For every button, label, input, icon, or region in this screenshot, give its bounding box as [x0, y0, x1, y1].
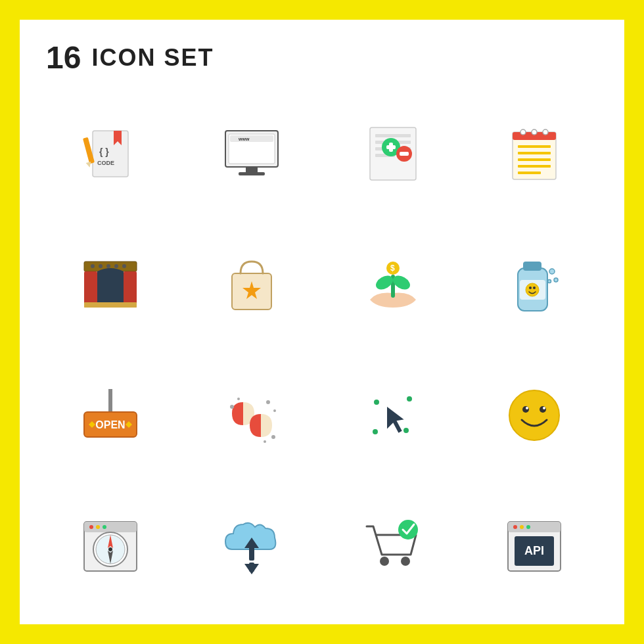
main-container: 16 ICON SET { } CODE: [20, 20, 624, 624]
www-browser-icon: www: [216, 118, 288, 190]
svg-point-75: [540, 406, 546, 413]
icon-cell-open-sign: OPEN: [46, 357, 174, 474]
svg-point-70: [403, 428, 409, 433]
svg-point-99: [526, 525, 530, 529]
header: 16 ICON SET: [46, 39, 598, 76]
shopping-cart-check-icon: [357, 510, 429, 582]
compass-browser-icon: [74, 510, 147, 582]
svg-point-34: [99, 264, 103, 268]
theater-stage-icon: [74, 248, 147, 321]
icon-cell-cursor: [329, 357, 457, 474]
svg-point-66: [271, 435, 275, 439]
svg-point-67: [264, 440, 266, 443]
icon-cell-api-browser: API: [470, 487, 598, 605]
svg-point-68: [374, 400, 379, 405]
svg-text:$: $: [390, 264, 395, 273]
svg-text:OPEN: OPEN: [95, 419, 125, 430]
icon-cell-shopping-cart: [329, 487, 457, 605]
svg-text:CODE: CODE: [97, 160, 114, 166]
svg-rect-31: [518, 172, 541, 174]
icon-cell-water-bottle: [470, 226, 598, 344]
icon-cell-theater: [46, 226, 174, 344]
svg-rect-0: [93, 131, 128, 177]
cloud-upload-icon: [216, 510, 288, 582]
svg-point-71: [373, 429, 378, 434]
svg-point-74: [522, 406, 529, 413]
svg-point-62: [230, 405, 234, 409]
icon-cell-shopping-bag: [187, 226, 315, 344]
svg-point-51: [526, 283, 539, 296]
svg-point-82: [103, 525, 106, 529]
svg-rect-88: [249, 546, 254, 561]
svg-point-65: [273, 409, 276, 412]
svg-point-73: [509, 390, 559, 440]
happy-emoji-icon: [498, 379, 570, 451]
svg-point-93: [401, 557, 410, 566]
svg-point-54: [549, 269, 555, 274]
svg-point-35: [106, 264, 110, 268]
svg-point-36: [114, 264, 118, 268]
icon-cell-plant-growth: $: [329, 226, 457, 344]
svg-rect-13: [375, 134, 411, 137]
pills-medicine-icon: [216, 379, 288, 451]
svg-marker-91: [244, 564, 259, 574]
icon-cell-cloud-upload: [187, 487, 315, 605]
notepad-icon: [498, 118, 570, 190]
cursor-click-icon: [357, 379, 429, 451]
svg-rect-40: [84, 302, 137, 308]
svg-text:www: www: [238, 137, 250, 141]
svg-rect-29: [518, 158, 551, 161]
svg-rect-30: [518, 165, 551, 168]
svg-rect-19: [386, 145, 396, 149]
svg-rect-11: [239, 172, 265, 175]
svg-rect-49: [523, 262, 541, 271]
svg-rect-57: [108, 389, 112, 412]
icon-cell-code-book: { } CODE: [46, 95, 174, 213]
header-number: 16: [46, 39, 81, 76]
svg-point-98: [520, 525, 524, 529]
svg-point-26: [543, 129, 548, 135]
shopping-bag-star-icon: [216, 248, 288, 321]
svg-rect-8: [230, 135, 273, 142]
svg-point-76: [526, 407, 528, 409]
svg-rect-21: [400, 152, 409, 156]
svg-point-52: [529, 287, 532, 289]
svg-point-80: [89, 525, 93, 529]
svg-rect-27: [518, 145, 551, 148]
svg-point-24: [520, 129, 526, 135]
svg-point-97: [513, 525, 517, 529]
svg-point-77: [543, 407, 545, 409]
icon-cell-www: www: [187, 95, 315, 213]
svg-rect-28: [518, 152, 551, 154]
svg-point-55: [554, 278, 558, 282]
svg-point-64: [266, 400, 270, 404]
code-book-icon: { } CODE: [74, 118, 147, 190]
open-sign-icon: OPEN: [74, 379, 147, 451]
svg-point-37: [122, 264, 126, 268]
svg-rect-39: [124, 271, 137, 308]
api-browser-icon: API: [498, 510, 570, 582]
icon-cell-pills: [187, 357, 315, 474]
svg-point-69: [407, 396, 412, 402]
icon-cell-compass-browser: [46, 487, 174, 605]
water-bottle-icon: [498, 248, 570, 321]
svg-marker-72: [386, 405, 405, 434]
icon-cell-news: [329, 95, 457, 213]
svg-point-81: [96, 525, 100, 529]
svg-point-87: [108, 547, 112, 551]
plant-growth-icon: $: [357, 248, 429, 321]
news-article-icon: [357, 118, 429, 190]
svg-text:API: API: [524, 544, 543, 557]
svg-point-94: [398, 520, 418, 540]
svg-rect-38: [84, 271, 97, 308]
svg-text:{  }: { }: [99, 147, 109, 157]
svg-point-63: [237, 398, 240, 400]
icons-grid: { } CODE www: [46, 95, 598, 605]
svg-point-53: [533, 287, 536, 289]
icon-cell-notepad: [470, 95, 598, 213]
header-title: ICON SET: [91, 44, 214, 72]
icon-cell-emoji: [470, 357, 598, 474]
svg-point-56: [547, 280, 551, 283]
svg-point-33: [91, 264, 95, 268]
svg-point-92: [380, 557, 389, 566]
